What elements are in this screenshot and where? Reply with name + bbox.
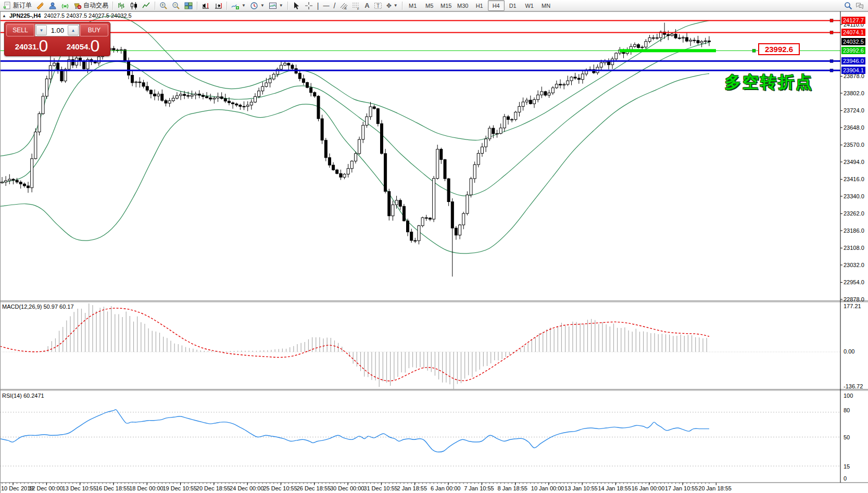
vertical-line-tool-button[interactable]: | [315,0,321,11]
timeframe-button-M30[interactable]: M30 [455,0,471,11]
buy-button[interactable]: BUY [80,24,108,36]
autotrade-icon [73,2,82,10]
volume-increase-button[interactable]: ▲ [68,25,79,35]
signal-button[interactable] [59,0,71,11]
channel-tool-button[interactable]: E [337,0,350,11]
time-axis-label: 16 Jan 00:00 [632,485,665,491]
buy-price-display[interactable]: 24054.0 [58,37,108,54]
timeframe-button-MN[interactable]: MN [538,0,555,11]
toolbar-separator [197,2,197,10]
sell-price-pip: 0 [39,38,48,54]
chart-shift-icon [202,2,210,10]
periods-dropdown-button[interactable]: ▼ [248,0,267,11]
sell-price-main: 24031 [15,40,37,54]
price-axis-tick: 23032.0 [844,262,864,268]
fibonacci-icon: F [352,2,360,10]
time-axis-label: 19 Dec 10:55 [163,485,197,491]
line-drag-handle [830,19,833,22]
buy-price-main: 24054 [67,40,89,54]
clock-icon [250,2,258,10]
price-axis-tag: 23946.0 [841,57,865,65]
timeframe-button-D1[interactable]: D1 [505,0,521,11]
label-tool-button[interactable]: T [372,0,384,11]
timeframe-button-M1[interactable]: M1 [405,0,421,11]
zoom-in-icon [159,2,168,10]
timeframe-button-M5[interactable]: M5 [421,0,438,11]
volume-decrease-button[interactable]: ▼ [36,25,47,35]
tile-windows-button[interactable] [182,0,195,11]
line-drag-handle [830,59,833,62]
price-axis-tick: 23186.0 [844,227,864,234]
crosshair-tool-button[interactable] [303,0,315,11]
chart-shift-button[interactable] [199,0,212,11]
text-tool-button[interactable]: A [362,0,371,11]
svg-text:F: F [357,7,359,10]
zoom-in-button[interactable] [157,0,170,11]
price-axis-tick: 23648.0 [844,124,864,131]
fibonacci-tool-button[interactable]: F [350,0,362,11]
bar-chart-icon [117,2,125,10]
price-tag-label[interactable]: 23992.6 [758,43,800,55]
time-axis-label: 30 Dec 00:00 [330,485,364,491]
candlestick-mode-button[interactable] [128,0,140,11]
search-icon[interactable] [844,2,852,10]
time-axis-label: 14 Jan 18:55 [598,485,631,491]
toolbar-separator [287,2,288,10]
auto-scroll-icon [214,2,222,10]
rsi-label: RSI(14) 60.2471 [2,393,44,399]
line-chart-mode-button[interactable] [140,0,153,11]
autotrade-button[interactable]: 自动交易 [71,0,110,11]
rsi-axis-tick: 100 [844,393,853,399]
timeframe-button-H4[interactable]: H4 [488,0,505,11]
price-axis-tick: 23340.0 [844,193,864,199]
sell-price-display[interactable]: 24031.0 [6,37,57,54]
timeframe-button-H1[interactable]: H1 [471,0,488,11]
line-chart-icon [142,2,150,10]
price-axis-tick: 23494.0 [844,159,864,165]
toolbar: 新订单 自动交易 [0,0,868,11]
indicators-dropdown-button[interactable]: ▼ [229,0,248,11]
new-order-button[interactable]: 新订单 [1,0,34,11]
time-axis-label: 20 Jan 18:55 [698,485,732,491]
timeframe-button-M15[interactable]: M15 [438,0,455,11]
collapse-icon[interactable]: ▲ [2,14,6,18]
community-icon [48,2,57,10]
timeframe-button-W1[interactable]: W1 [521,0,538,11]
horizontal-line-tool-button[interactable]: — [321,0,331,11]
bar-chart-mode-button[interactable] [115,0,128,11]
crayon-button[interactable] [34,0,46,11]
line-drag-handle [830,31,833,34]
candlestick-icon [130,2,138,10]
zoom-out-button[interactable] [170,0,182,11]
svg-text:T: T [376,3,380,9]
price-axis-tick: 23108.0 [844,245,864,251]
zoom-out-icon [172,2,180,10]
macd-label: MACD(12,26,9) 50.97 60.17 [2,304,74,310]
dropdown-arrow-icon: ▼ [279,3,283,8]
dropdown-arrow-icon: ▼ [260,3,265,8]
toolbar-separator [112,2,113,10]
arrows-tool-button[interactable]: ✥ ▼ [384,0,400,11]
time-axis-label: 7 Jan 10:55 [464,485,494,491]
chart-header: ▲ JPN225-,H4 24027.5 24037.5 24027.5 240… [2,12,132,19]
tile-windows-icon [184,2,193,10]
time-axis-label: 13 Dec 10:55 [62,485,96,491]
auto-scroll-button[interactable] [212,0,224,11]
sell-button[interactable]: SELL [6,24,34,36]
cursor-tool-button[interactable] [290,0,303,11]
rsi-axis-tick: 50 [844,434,850,440]
crosshair-icon [305,2,313,10]
chat-icon[interactable] [856,2,864,10]
price-axis-tag: 24074.1 [841,29,865,36]
volume-input[interactable]: 1.00 [47,24,67,36]
community-button[interactable] [46,0,59,11]
channel-icon: E [339,2,348,10]
rsi-axis-tick: 15 [844,463,850,470]
trendline-tool-button[interactable]: / [331,0,337,11]
price-axis-tag: 23904.1 [841,67,865,74]
volume-control: ▼ 1.00 ▲ [35,24,80,36]
signal-icon [61,2,69,10]
price-axis-tick: 23570.0 [844,142,864,148]
templates-dropdown-button[interactable]: ▼ [267,0,285,11]
horizontal-line-icon: — [323,2,329,9]
